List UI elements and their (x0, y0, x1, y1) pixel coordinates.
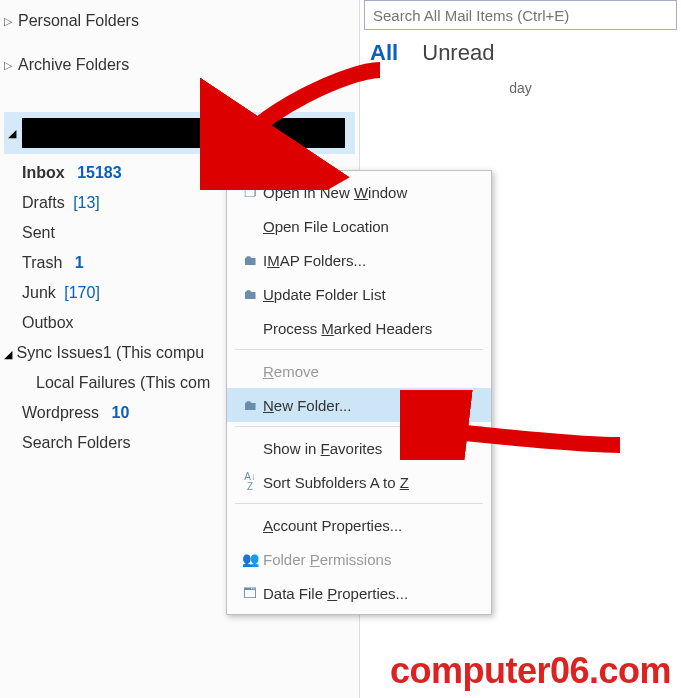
unread-count: 10 (112, 404, 130, 421)
account-name-redacted (22, 118, 345, 148)
folder-label: Trash (22, 254, 62, 271)
folder-label: Junk (22, 284, 56, 301)
folder-label: Drafts (22, 194, 65, 211)
menu-sort-a-z[interactable]: A↓Z Sort Subfolders A to Z (227, 465, 491, 499)
window-icon: ❐ (237, 184, 263, 200)
folder-label: Inbox (22, 164, 65, 181)
menu-data-file-properties[interactable]: 🗔 Data File Properties... (227, 576, 491, 610)
menu-open-file-location[interactable]: Open File Location (227, 209, 491, 243)
folder-label: Personal Folders (18, 12, 139, 30)
unread-count: 1 (75, 254, 84, 271)
menu-process-marked-headers[interactable]: Process Marked Headers (227, 311, 491, 345)
folder-personal[interactable]: ▷ Personal Folders (0, 6, 359, 36)
chevron-down-icon: ◢ (4, 348, 12, 360)
chevron-down-icon: ◢ (8, 127, 22, 140)
folder-label: Search Folders (22, 434, 131, 451)
folder-label: Sync Issues1 (This compu (16, 344, 204, 361)
folder-label: Local Failures (This com (36, 374, 210, 391)
folder-label: Sent (22, 224, 55, 241)
folder-archive[interactable]: ▷ Archive Folders (0, 50, 359, 80)
folder-label: Outbox (22, 314, 74, 331)
props-icon: 🗔 (237, 585, 263, 601)
filter-unread[interactable]: Unread (422, 40, 494, 65)
folder-label: Archive Folders (18, 56, 129, 74)
chevron-right-icon: ▷ (4, 15, 18, 28)
menu-new-folder[interactable]: 🖿 New Folder... (227, 388, 491, 422)
folder-gear-icon: 🖿 (237, 252, 263, 268)
menu-separator (235, 426, 483, 427)
folder-label: Wordpress (22, 404, 99, 421)
folder-icon: 🖿 (237, 397, 263, 413)
filter-all[interactable]: All (370, 40, 398, 65)
unread-count: 15183 (77, 164, 122, 181)
chevron-right-icon: ▷ (4, 59, 18, 72)
menu-update-folder-list[interactable]: 🖿 Update Folder List (227, 277, 491, 311)
group-today: day (509, 80, 532, 96)
sort-az-icon: A↓Z (237, 472, 263, 492)
menu-account-properties[interactable]: Account Properties... (227, 508, 491, 542)
context-menu: ❐ Open in New Window Open File Location … (226, 170, 492, 615)
people-icon: 👥 (237, 551, 263, 567)
item-count: [170] (64, 284, 100, 301)
search-input[interactable] (364, 0, 677, 30)
menu-open-new-window[interactable]: ❐ Open in New Window (227, 175, 491, 209)
menu-remove: Remove (227, 354, 491, 388)
menu-imap-folders[interactable]: 🖿 IMAP Folders... (227, 243, 491, 277)
account-root[interactable]: ◢ (4, 112, 355, 154)
menu-show-in-favorites[interactable]: Show in Favorites (227, 431, 491, 465)
menu-folder-permissions: 👥 Folder Permissions (227, 542, 491, 576)
menu-separator (235, 349, 483, 350)
filter-bar: All Unread (370, 40, 494, 66)
item-count: [13] (73, 194, 100, 211)
menu-separator (235, 503, 483, 504)
folder-list-icon: 🖿 (237, 286, 263, 302)
